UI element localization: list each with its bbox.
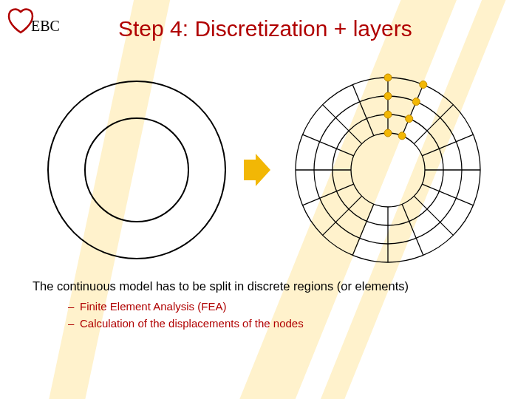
arrow-icon <box>244 154 270 186</box>
ebc-logo: EBC <box>6 6 72 43</box>
mesh-node <box>412 98 420 106</box>
mesh-node <box>384 129 392 137</box>
mesh-node <box>398 132 406 140</box>
mesh-spoke <box>352 204 374 255</box>
slide-title: Step 4: Discretization + layers <box>118 16 412 41</box>
svg-marker-2 <box>244 154 270 186</box>
logo-text: EBC <box>31 18 60 34</box>
mesh-ring <box>351 133 425 207</box>
mesh-node <box>406 115 413 123</box>
mesh-node <box>384 92 392 100</box>
mesh-spoke <box>352 85 374 136</box>
mesh-node <box>384 74 392 81</box>
bullet-list: –Finite Element Analysis (FEA) –Calculat… <box>68 299 304 332</box>
svg-point-0 <box>48 81 225 259</box>
mesh-spoke <box>402 85 423 136</box>
caption-text: The continuous model has to be split in … <box>33 279 409 293</box>
mesh-spoke <box>303 134 354 156</box>
bullet-item: –Calculation of the displacements of the… <box>68 316 304 332</box>
continuous-model <box>48 81 225 259</box>
mesh-node <box>420 81 427 89</box>
svg-point-1 <box>85 118 188 222</box>
mesh-spoke <box>303 184 354 205</box>
mesh-spoke <box>422 134 473 156</box>
mesh-spoke <box>422 184 473 205</box>
discretized-model <box>296 74 480 262</box>
bullet-item: –Finite Element Analysis (FEA) <box>68 299 304 316</box>
mesh-spoke <box>402 204 423 255</box>
mesh-node <box>384 111 392 118</box>
discretization-diagram <box>30 66 502 273</box>
